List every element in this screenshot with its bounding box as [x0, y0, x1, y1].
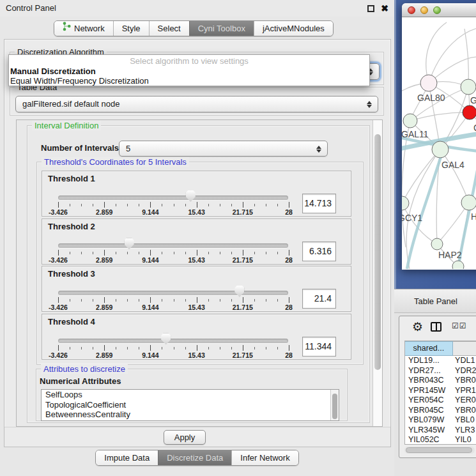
cell-shared-name[interactable]: YIL052C	[405, 435, 453, 445]
node-label-hap2: HAP2	[438, 250, 462, 260]
list-scrollbar-thumb[interactable]	[332, 394, 337, 419]
tab-discretize-data[interactable]: Discretize Data	[158, 450, 231, 465]
tab-network[interactable]: Network	[54, 21, 113, 36]
cell-name[interactable]: YBL0	[453, 415, 476, 426]
cell-name[interactable]: YBR0	[453, 376, 476, 386]
threshold-panel: Threshold 3 -3.4262.8599.14415.4321.7152…	[42, 266, 351, 312]
tab-style[interactable]: Style	[113, 21, 149, 36]
table-horizontal-scrollbar[interactable]	[404, 447, 475, 454]
node-label-gal11: GAL11	[402, 129, 429, 139]
attribute-item-betweennesscentrality[interactable]: BetweennessCentrality	[42, 410, 339, 420]
tab-impute-data[interactable]: Impute Data	[96, 450, 158, 465]
network-node-partial-node[interactable]	[452, 261, 464, 269]
popup-option-manual-discretization[interactable]: Manual Discretization	[9, 66, 369, 76]
split-view-icon[interactable]	[431, 322, 441, 332]
tab-infer-network[interactable]: Infer Network	[231, 450, 298, 465]
tick-label: 2.859	[96, 256, 112, 264]
network-node-ga[interactable]	[461, 79, 476, 95]
network-canvas[interactable]: GAL80GACGAL11GAL4GCY1HHAP2	[402, 17, 476, 269]
cell-shared-name[interactable]: YBL079W	[405, 415, 453, 426]
network-node-red-node[interactable]	[463, 105, 476, 119]
column-header-name[interactable]: na	[453, 341, 476, 356]
popup-placeholder: Select algorithm to view settings	[9, 56, 369, 66]
column-header-shared-name[interactable]: shared...	[405, 341, 453, 356]
cell-name[interactable]: YLR3	[453, 426, 476, 436]
close-icon[interactable]: ✖	[381, 3, 388, 14]
slider-ticks	[58, 297, 289, 303]
network-node-h[interactable]	[461, 195, 476, 210]
cell-shared-name[interactable]: YER054C	[405, 395, 453, 406]
panel-scrollbar-thumb[interactable]	[374, 134, 381, 370]
table-row[interactable]: YDL19...YDL1	[405, 356, 476, 366]
network-edge[interactable]	[410, 112, 470, 121]
network-edge[interactable]	[426, 22, 447, 83]
threshold-slider-thumb[interactable]	[125, 238, 134, 250]
table-row[interactable]: YIL052CYIL0	[405, 435, 476, 445]
table-row[interactable]: YBL079WYBL0	[405, 415, 476, 426]
list-scrollbar[interactable]	[330, 390, 339, 420]
attribute-item-topologicalcoefficient[interactable]: TopologicalCoefficient	[42, 400, 339, 410]
table-row[interactable]: YDR27...YDR2	[405, 366, 476, 376]
popup-option-equal-width-frequency[interactable]: Equal Width/Frequency Discretization	[9, 76, 369, 86]
table-row[interactable]: YER054CYER0	[405, 395, 476, 406]
tab-jactivemnodules[interactable]: jActiveMNodules	[254, 21, 333, 36]
cell-name[interactable]: YPR1	[453, 386, 476, 396]
cell-shared-name[interactable]: YBR045C	[405, 406, 453, 416]
minimize-light-icon[interactable]	[420, 6, 428, 14]
threshold-slider-track[interactable]	[58, 291, 288, 295]
checked-box-icon[interactable]: ☑☑	[452, 321, 467, 330]
cell-name[interactable]: YIL0	[453, 435, 476, 445]
cell-shared-name[interactable]: YDR27...	[405, 366, 453, 376]
cell-name[interactable]: YER0	[453, 395, 476, 406]
attribute-item-selfloops[interactable]: SelfLoops	[42, 390, 339, 400]
number-of-intervals-combobox[interactable]: 5	[119, 141, 328, 157]
table-horizontal-scrollbar-thumb[interactable]	[406, 447, 472, 453]
tab-cyni-toolbox[interactable]: Cyni Toolbox	[189, 21, 254, 36]
cell-shared-name[interactable]: YBR043C	[405, 376, 453, 386]
spinner-arrows-icon[interactable]	[315, 144, 322, 154]
numerical-attributes-list[interactable]: SelfLoopsTopologicalCoefficientBetweenne…	[41, 389, 339, 421]
table-data-combobox[interactable]: galFiltered.sif default node	[15, 96, 378, 112]
cell-shared-name[interactable]: YDL19...	[405, 356, 453, 366]
thresholds-group-title: Threshold's Coordinates for 5 Intervals	[42, 157, 189, 167]
table-row[interactable]: YBR043CYBR0	[405, 376, 476, 386]
panel-scrollbar[interactable]	[372, 120, 382, 426]
float-icon[interactable]	[367, 5, 374, 12]
cell-name[interactable]: YBR0	[453, 406, 476, 416]
threshold-slider-thumb[interactable]	[234, 286, 244, 297]
network-node-gal11[interactable]	[403, 114, 417, 128]
cell-shared-name[interactable]: YLR345W	[405, 426, 453, 436]
threshold-slider-track[interactable]	[58, 196, 288, 200]
table-row[interactable]: YPR145WYPR1	[405, 386, 476, 396]
table-row[interactable]: YLR345WYLR3	[405, 426, 476, 436]
threshold-slider-track[interactable]	[58, 339, 288, 343]
cell-name[interactable]: YDL1	[453, 356, 476, 366]
threshold-slider-thumb[interactable]	[161, 334, 171, 345]
tick-label: 9.144	[142, 351, 158, 359]
network-node-gal4[interactable]	[432, 141, 449, 158]
threshold-value-field[interactable]: 21.4	[302, 289, 336, 309]
table-data-group: Table Data galFiltered.sif default node	[10, 87, 384, 116]
zoom-light-icon[interactable]	[433, 6, 441, 14]
cell-shared-name[interactable]: YPR145W	[405, 386, 453, 396]
threshold-slider-track[interactable]	[58, 243, 288, 248]
cell-name[interactable]: YDR2	[453, 366, 476, 376]
network-node-hap2[interactable]	[431, 238, 443, 250]
apply-button[interactable]: Apply	[164, 430, 206, 445]
threshold-slider-thumb[interactable]	[186, 190, 196, 202]
threshold-value-field[interactable]: 11.344	[302, 337, 336, 357]
close-light-icon[interactable]	[408, 6, 415, 14]
tick-label: 2.859	[96, 351, 112, 359]
node-label-red-node: C	[473, 123, 476, 133]
control-panel-title: Control Panel	[6, 3, 56, 13]
network-node-gcy1[interactable]	[402, 196, 409, 210]
network-edge[interactable]	[464, 29, 468, 87]
threshold-value-field[interactable]: 14.713	[302, 194, 336, 213]
network-edge[interactable]	[440, 150, 469, 203]
tab-select[interactable]: Select	[149, 21, 189, 36]
table-row[interactable]: YBR045CYBR0	[405, 406, 476, 416]
spinner-arrows-icon[interactable]	[365, 99, 372, 109]
threshold-value-field[interactable]: 6.316	[302, 242, 336, 261]
gear-icon[interactable]: ⚙	[412, 319, 423, 335]
network-node-gal80[interactable]	[420, 75, 437, 91]
